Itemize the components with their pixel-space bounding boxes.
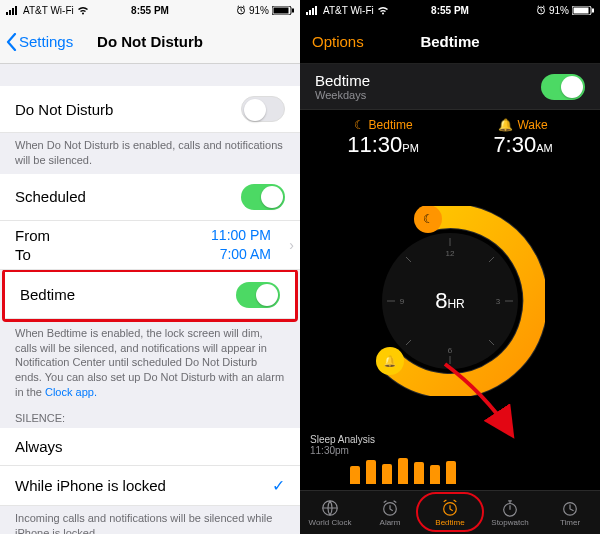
bedtime-label: Bedtime (20, 286, 75, 303)
battery-icon (572, 6, 594, 15)
nav-title: Do Not Disturb (97, 33, 203, 50)
tab-label: Alarm (380, 518, 401, 527)
status-bar: AT&T Wi-Fi 8:55 PM 91% (0, 0, 300, 20)
wake-ampm: AM (536, 142, 553, 154)
alarm-clock-icon (380, 499, 400, 517)
sleep-analysis-title: Sleep Analysis (310, 434, 590, 445)
nav-bar: Settings Do Not Disturb (0, 20, 300, 64)
svg-rect-9 (309, 10, 311, 15)
wifi-icon (377, 6, 389, 15)
svg-text:12: 12 (446, 249, 455, 258)
bedtime-toggle[interactable] (236, 282, 280, 308)
svg-rect-14 (574, 7, 589, 13)
sleep-dial[interactable]: 12 3 6 9 ☾ 🔔 8HR (355, 206, 545, 396)
signal-icon (306, 6, 320, 15)
tab-label: Timer (560, 518, 580, 527)
status-bar: AT&T Wi-Fi 8:55 PM 91% (300, 0, 600, 20)
sleep-analysis[interactable]: Sleep Analysis 11:30pm (310, 434, 590, 490)
scheduled-toggle[interactable] (241, 184, 285, 210)
globe-icon (320, 499, 340, 517)
clock-app-link[interactable]: Clock app. (45, 386, 97, 398)
tab-label: Stopwatch (491, 518, 528, 527)
silence-header: SILENCE: (0, 406, 300, 428)
bedtime-header: Bedtime (369, 118, 413, 132)
bedtime-row[interactable]: Bedtime (5, 272, 295, 319)
tab-timer[interactable]: Timer (540, 491, 600, 534)
always-row[interactable]: Always (0, 428, 300, 466)
svg-text:☾: ☾ (423, 212, 434, 226)
silence-footer: Incoming calls and notifications will be… (0, 506, 300, 534)
back-label: Settings (19, 33, 73, 50)
settings-screen: AT&T Wi-Fi 8:55 PM 91% Settings Do Not D… (0, 0, 300, 534)
wake-time-block: 🔔Wake 7:30AM (493, 118, 552, 158)
to-value: 7:00 AM (220, 246, 271, 262)
moon-icon: ☾ (354, 118, 365, 132)
nav-title: Bedtime (420, 33, 479, 50)
clock-area: ☾Bedtime 11:30PM 🔔Wake 7:30AM 12 3 (300, 110, 600, 410)
tab-alarm[interactable]: Alarm (360, 491, 420, 534)
checkmark-icon: ✓ (272, 476, 285, 495)
svg-rect-10 (312, 8, 314, 15)
bedtime-value: 11:30 (347, 132, 402, 157)
svg-rect-7 (292, 8, 294, 12)
bedtime-schedule-cell[interactable]: Bedtime Weekdays (300, 64, 600, 110)
highlight-circle (416, 492, 484, 532)
while-locked-row[interactable]: While iPhone is locked ✓ (0, 466, 300, 506)
stopwatch-icon (500, 499, 520, 517)
bedtime-ampm: PM (402, 142, 419, 154)
from-label: From (15, 227, 50, 244)
svg-text:3: 3 (496, 297, 501, 306)
schedule-time-row[interactable]: From 11:00 PM To 7:00 AM › (0, 221, 300, 270)
svg-rect-6 (274, 7, 289, 13)
svg-text:🔔: 🔔 (383, 354, 397, 368)
tab-bar: World Clock Alarm Bedtime Stopwatch Time… (300, 490, 600, 534)
dnd-toggle[interactable] (241, 96, 285, 122)
svg-rect-2 (12, 8, 14, 15)
chevron-right-icon: › (289, 237, 294, 253)
dnd-label: Do Not Disturb (15, 101, 113, 118)
options-button[interactable]: Options (312, 33, 364, 50)
signal-icon (6, 6, 20, 15)
tab-stopwatch[interactable]: Stopwatch (480, 491, 540, 534)
svg-rect-1 (9, 10, 11, 15)
sleep-bars (310, 458, 590, 484)
bedtime-footer: When Bedtime is enabled, the lock screen… (0, 321, 300, 406)
alarm-icon (536, 5, 546, 15)
svg-rect-8 (306, 12, 308, 15)
tab-label: World Clock (309, 518, 352, 527)
scheduled-row[interactable]: Scheduled (0, 174, 300, 221)
timer-icon (560, 499, 580, 517)
wake-value: 7:30 (493, 132, 536, 157)
from-value: 11:00 PM (211, 227, 271, 243)
scheduled-label: Scheduled (15, 188, 86, 205)
sleep-analysis-time: 11:30pm (310, 445, 590, 456)
bedtime-enable-toggle[interactable] (541, 74, 585, 100)
carrier-label: AT&T Wi-Fi (323, 5, 374, 16)
battery-percent: 91% (249, 5, 269, 16)
svg-rect-3 (15, 6, 17, 15)
nav-bar: Options Bedtime (300, 20, 600, 64)
svg-rect-0 (6, 12, 8, 15)
svg-text:9: 9 (400, 297, 405, 306)
to-label: To (15, 246, 31, 263)
battery-percent: 91% (549, 5, 569, 16)
dnd-footer: When Do Not Disturb is enabled, calls an… (0, 133, 300, 174)
do-not-disturb-row[interactable]: Do Not Disturb (0, 86, 300, 133)
bedtime-screen: AT&T Wi-Fi 8:55 PM 91% Options Bedtime B… (300, 0, 600, 534)
bedtime-cell-sub: Weekdays (315, 89, 370, 101)
wifi-icon (77, 6, 89, 15)
battery-icon (272, 6, 294, 15)
settings-content: Do Not Disturb When Do Not Disturb is en… (0, 64, 300, 534)
highlight-box: Bedtime (2, 269, 298, 322)
while-locked-label: While iPhone is locked (15, 477, 166, 494)
bedtime-time-block: ☾Bedtime 11:30PM (347, 118, 419, 158)
alarm-icon (236, 5, 246, 15)
tab-world-clock[interactable]: World Clock (300, 491, 360, 534)
carrier-label: AT&T Wi-Fi (23, 5, 74, 16)
always-label: Always (15, 438, 63, 455)
wake-header: Wake (517, 118, 547, 132)
back-button[interactable]: Settings (6, 20, 73, 63)
svg-rect-15 (592, 8, 594, 12)
bedtime-cell-title: Bedtime (315, 72, 370, 89)
svg-rect-11 (315, 6, 317, 15)
